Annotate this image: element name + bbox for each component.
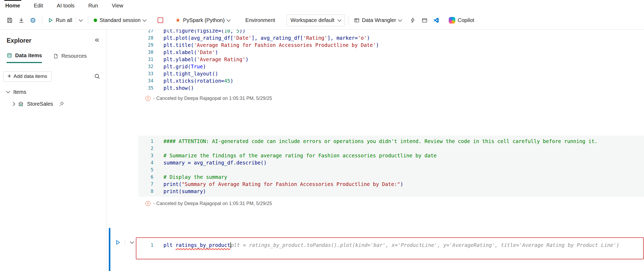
code-text: plt ratings_by_productplt = ratings_by_p… xyxy=(153,242,619,249)
tree-root-items[interactable]: Items xyxy=(0,87,106,97)
run-all-play-icon xyxy=(48,17,53,23)
code-line[interactable]: 27plt.figure(figsize=(10, 5)) xyxy=(138,30,644,34)
export-button[interactable] xyxy=(15,15,27,26)
kernel-language-selector[interactable]: PySpark (Python) xyxy=(173,15,232,26)
code-line[interactable]: 30plt.xlabel('Date') xyxy=(138,49,644,56)
code-token: print(summary) xyxy=(163,188,206,194)
menu-item-view[interactable]: View xyxy=(111,0,124,11)
code-token: plt.grid( xyxy=(163,64,191,69)
code-text: plt.show() xyxy=(153,85,194,92)
copilot-icon xyxy=(449,17,455,24)
environment-label: Environment xyxy=(245,17,275,23)
code-line[interactable]: 2 xyxy=(138,145,644,152)
chevron-down-icon xyxy=(338,17,342,22)
code-token: plt.xticks(rotation= xyxy=(163,78,224,84)
code-editor[interactable]: 1plt ratings_by_productplt = ratings_by_… xyxy=(136,238,643,249)
code-line[interactable]: 6# Display the summary xyxy=(138,174,644,181)
cell-status-text: - Canceled by Deepa Rajagopal on 1:05:31… xyxy=(153,201,272,206)
run-cell-options-button[interactable] xyxy=(128,238,136,246)
tab-resources[interactable]: Resources xyxy=(53,52,87,63)
code-line[interactable]: 7print("Summary of Average Rating for Fa… xyxy=(138,181,644,188)
menu-item-edit[interactable]: Edit xyxy=(33,0,44,11)
settings-button[interactable]: ⚙ xyxy=(27,15,39,26)
code-cell-1: 27plt.figure(figsize=(10, 5))28plt.plot(… xyxy=(138,30,644,101)
code-line[interactable]: 33plt.tight_layout() xyxy=(138,70,644,77)
stop-session-button[interactable] xyxy=(155,15,166,26)
tab-label: Data items xyxy=(15,52,42,59)
data-wrangler-button[interactable]: Data Wrangler xyxy=(352,15,404,26)
search-button[interactable] xyxy=(92,71,102,82)
menu-item-home[interactable]: Home xyxy=(4,0,21,11)
add-data-items-label: Add data items xyxy=(14,73,47,79)
line-number: 7 xyxy=(138,181,153,188)
toolbar-divider xyxy=(88,16,88,24)
environment-button[interactable]: Environment xyxy=(243,15,278,26)
code-token: # Display the summary xyxy=(163,174,227,180)
menu-item-ai-tools[interactable]: AI tools xyxy=(56,0,76,11)
code-token: 'Rating' xyxy=(303,35,327,41)
code-editor[interactable]: 27plt.figure(figsize=(10, 5))28plt.plot(… xyxy=(138,30,644,92)
session-quick-action-button[interactable] xyxy=(407,15,419,26)
code-token: ], avg_rating_df[ xyxy=(252,35,303,41)
kernel-label: PySpark (Python) xyxy=(183,17,225,23)
tab-data-items[interactable]: Data items xyxy=(7,52,42,63)
code-line[interactable]: 35plt.show() xyxy=(138,85,644,92)
code-line[interactable]: 1#### ATTENTION: AI-generated code can i… xyxy=(138,138,644,145)
run-all-button[interactable]: Run all xyxy=(45,15,85,26)
code-token: plt.ylabel( xyxy=(163,56,197,62)
code-line[interactable]: 5 xyxy=(138,166,644,174)
code-token: plt.show() xyxy=(163,85,194,91)
open-in-window-button[interactable] xyxy=(419,15,430,26)
lightning-icon xyxy=(410,17,416,23)
active-code-cell[interactable]: 1plt ratings_by_productplt = ratings_by_… xyxy=(136,237,644,259)
code-text: plt.xlabel('Date') xyxy=(153,49,218,56)
workspace-selector-label: Workspace default xyxy=(291,17,334,23)
pin-icon[interactable] xyxy=(59,101,64,106)
collapse-sidebar-button[interactable]: « xyxy=(95,35,99,43)
code-token: #### ATTENTION: AI-generated code can in… xyxy=(163,138,598,144)
code-line[interactable]: 1plt ratings_by_productplt = ratings_by_… xyxy=(136,242,643,249)
split-divider xyxy=(125,239,125,246)
plus-icon: + xyxy=(7,73,11,79)
fabric-notebook-app: Home Edit AI tools Run View ⚙ Run all St… xyxy=(0,0,644,271)
menu-item-label: View xyxy=(112,3,123,9)
menu-item-run[interactable]: Run xyxy=(87,0,99,11)
menu-item-label: Run xyxy=(88,3,98,9)
code-editor[interactable]: 1#### ATTENTION: AI-generated code can i… xyxy=(138,136,644,197)
code-text xyxy=(153,166,163,174)
code-line[interactable]: 8print(summary) xyxy=(138,188,644,195)
vscode-icon xyxy=(433,17,439,23)
code-line[interactable]: 4summary = avg_rating_df.describe() xyxy=(138,159,644,166)
code-token: "Summary of Average Rating for Fashion A… xyxy=(182,181,400,187)
code-token: ) xyxy=(367,35,370,41)
code-token: # Summarize the findings of the average … xyxy=(163,153,437,158)
line-number: 29 xyxy=(138,42,153,49)
code-line[interactable]: 34plt.xticks(rotation=45) xyxy=(138,77,644,85)
code-token: 10 xyxy=(224,30,230,34)
tab-label: Resources xyxy=(61,53,87,59)
save-button[interactable] xyxy=(4,15,15,26)
run-cell-button[interactable] xyxy=(114,238,122,246)
toolbar-divider xyxy=(348,16,348,24)
copilot-button[interactable]: Copilot xyxy=(446,15,477,26)
code-line[interactable]: 31plt.ylabel('Average Rating') xyxy=(138,56,644,63)
code-token: 'Date' xyxy=(197,49,215,55)
code-line[interactable]: 3# Summarize the findings of the average… xyxy=(138,152,644,159)
copilot-ghost-text: plt = ratings_by_product.toPandas().plot… xyxy=(231,242,619,248)
code-line[interactable]: 29plt.title('Average Rating for Fashion … xyxy=(138,42,644,49)
workspace-selector[interactable]: Workspace default xyxy=(287,15,345,26)
open-in-vscode-button[interactable] xyxy=(430,15,442,26)
code-line[interactable]: 32plt.grid(True) xyxy=(138,63,644,70)
line-number: 4 xyxy=(138,159,153,166)
data-items-icon xyxy=(7,53,12,58)
code-token: 'o' xyxy=(358,35,367,41)
code-text: print(summary) xyxy=(153,188,206,195)
code-line[interactable]: 28plt.plot(avg_rating_df['Date'], avg_ra… xyxy=(138,34,644,42)
cell-status: ! - Canceled by Deepa Rajagopal on 1:05:… xyxy=(138,96,644,101)
line-number: 8 xyxy=(138,188,153,195)
code-token: summary = avg_rating_df.describe() xyxy=(163,160,267,166)
line-number: 28 xyxy=(138,34,153,42)
add-data-items-button[interactable]: + Add data items xyxy=(3,71,51,82)
tree-item-storesales[interactable]: StoreSales xyxy=(0,99,106,109)
session-status-button[interactable]: Standard session xyxy=(91,15,148,26)
